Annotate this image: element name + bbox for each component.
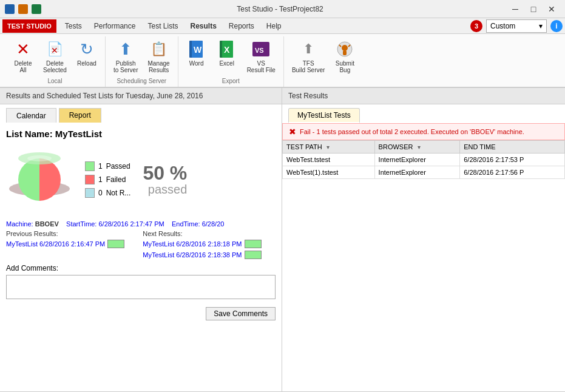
col-end-time: END TIME	[460, 141, 565, 154]
delete-selected-button[interactable]: 📄 ✕ Delete Selected	[39, 36, 71, 76]
fail-banner: ✖ Fail - 1 tests passed out of total 2 e…	[282, 123, 565, 140]
svg-text:VS: VS	[255, 47, 264, 54]
legend-notrun: 0 Not R...	[85, 188, 130, 198]
left-scroll-area[interactable]: List Name: MyTestList	[0, 123, 282, 391]
cell-test-path: WebTest.tstest	[283, 154, 375, 166]
results-table: TEST PATH ▾ BROWSER ▾ END TIME WebT	[282, 140, 565, 179]
tab-report[interactable]: Report	[59, 108, 101, 123]
info-button[interactable]: i	[550, 20, 563, 32]
pie-chart	[6, 146, 73, 213]
comments-label: Add Comments:	[6, 264, 276, 272]
menu-tests[interactable]: Tests	[59, 19, 88, 33]
svg-text:W: W	[194, 45, 202, 55]
main-content: Results and Scheduled Test Lists for Tue…	[0, 88, 565, 391]
word-icon: W	[187, 39, 206, 59]
next-results-label: Next Results:	[143, 230, 261, 237]
fail-icon: ✖	[289, 127, 296, 137]
table-row[interactable]: WebTest(1).tstest InternetExplorer 6/28/…	[283, 166, 565, 179]
svg-point-15	[27, 155, 52, 161]
right-panel: Test Results MyTestList Tests ✖ Fail - 1…	[282, 88, 565, 391]
delete-selected-icon: 📄 ✕	[45, 39, 64, 59]
window-title: Test Studio - TestProject82	[53, 5, 507, 13]
reload-icon: ↻	[77, 39, 96, 59]
maximize-button[interactable]: □	[525, 2, 542, 16]
publish-icon: ⬆	[116, 39, 135, 59]
pass-word: passed	[143, 183, 187, 197]
next-result-1: MyTestList 6/28/2016 2:18:18 PM	[143, 240, 261, 248]
window-controls: ─ □ ✕	[507, 2, 560, 16]
tfs-icon: ⬆	[299, 39, 318, 59]
previous-results-label: Previous Results:	[6, 230, 124, 237]
toolbar-local-label: Local	[48, 78, 63, 84]
save-comments-button[interactable]: Save Comments	[206, 307, 276, 320]
col-browser: BROWSER ▾	[374, 141, 460, 154]
left-panel-header: Results and Scheduled Test Lists for Tue…	[0, 88, 282, 104]
meta-machine-row: Machine: BBOEV StartTime: 6/28/2016 2:17…	[6, 220, 276, 228]
submit-bug-icon	[335, 39, 354, 59]
cell-end-time: 6/28/2016 2:17:56 P	[460, 166, 565, 179]
menu-results[interactable]: Results	[184, 19, 222, 33]
vs-icon: VS	[251, 39, 271, 59]
left-tabs: Calendar Report	[0, 104, 282, 123]
svg-point-9	[342, 45, 348, 51]
toolbar-tfs-label	[323, 78, 325, 84]
tab-mytestlist-tests[interactable]: MyTestList Tests	[288, 108, 360, 123]
col-test-path-filter[interactable]: ▾	[326, 144, 330, 150]
notification-badge[interactable]: 3	[470, 20, 482, 32]
tab-calendar[interactable]: Calendar	[6, 108, 56, 123]
excel-icon: X	[217, 39, 237, 59]
delete-all-icon: ✕	[13, 39, 33, 59]
right-panel-header: Test Results	[282, 88, 565, 104]
cell-test-path: WebTest(1).tstest	[283, 166, 375, 179]
next-results-col: Next Results: MyTestList 6/28/2016 2:18:…	[143, 230, 261, 259]
menu-right: 3 Custom ▾ i	[470, 19, 563, 33]
toolbar-export-label: Export	[222, 78, 240, 84]
menu-bar: TEST STUDIO Tests Performance Test Lists…	[0, 18, 565, 34]
legend-passed: 1 Passed	[85, 161, 130, 171]
app-icon	[5, 4, 15, 14]
word-button[interactable]: W Word	[182, 36, 211, 76]
submit-bug-button[interactable]: Submit Bug	[330, 36, 359, 76]
toolbar-group-tfs: ⬆ TFS Build Server Submit Bug	[284, 36, 363, 87]
custom-dropdown[interactable]: Custom ▾	[486, 19, 547, 33]
pass-color-swatch	[85, 161, 95, 171]
col-test-path: TEST PATH ▾	[283, 141, 375, 154]
delete-all-button[interactable]: ✕ Delete All	[8, 36, 38, 76]
menu-test-lists[interactable]: Test Lists	[141, 19, 184, 33]
list-name-display: List Name: MyTestList	[6, 129, 276, 139]
menu-performance[interactable]: Performance	[88, 19, 142, 33]
svg-text:X: X	[224, 45, 230, 55]
tfs-button[interactable]: ⬆ TFS Build Server	[288, 36, 329, 76]
menu-help[interactable]: Help	[260, 19, 288, 33]
vs-result-file-button[interactable]: VS VS Result File	[243, 36, 280, 76]
toolbar: ✕ Delete All 📄 ✕ Delete Selected ↻ Reloa…	[0, 34, 565, 88]
table-row[interactable]: WebTest.tstest InternetExplorer 6/28/201…	[283, 154, 565, 166]
legend-area: 1 Passed 1 Failed 0 Not R...	[85, 161, 130, 198]
title-bar-icon2	[18, 4, 28, 14]
left-panel: Results and Scheduled Test Lists for Tue…	[0, 88, 282, 391]
menu-reports[interactable]: Reports	[223, 19, 260, 33]
prev-result-1: MyTestList 6/28/2016 2:16:47 PM	[6, 240, 124, 248]
prev-next-results: Previous Results: MyTestList 6/28/2016 2…	[6, 230, 276, 259]
previous-results-col: Previous Results: MyTestList 6/28/2016 2…	[6, 230, 124, 259]
toolbar-scheduling-label: Scheduling Server	[117, 78, 166, 84]
cell-browser: InternetExplorer	[374, 166, 460, 179]
summary-area: 1 Passed 1 Failed 0 Not R...	[6, 146, 276, 213]
comments-input[interactable]	[6, 275, 276, 299]
next-result-2: MyTestList 6/28/2016 2:18:38 PM	[143, 251, 261, 259]
minimize-button[interactable]: ─	[507, 2, 524, 16]
results-table-container[interactable]: TEST PATH ▾ BROWSER ▾ END TIME WebT	[282, 140, 565, 179]
right-tabs: MyTestList Tests	[282, 104, 565, 123]
notrun-color-swatch	[85, 188, 95, 198]
title-bar-icon3	[32, 4, 41, 14]
pass-percentage: 50 %	[143, 163, 187, 183]
title-bar: Test Studio - TestProject82 ─ □ ✕	[0, 0, 565, 18]
reload-button[interactable]: ↻ Reload	[72, 36, 101, 76]
prev-result-mini-1	[107, 240, 124, 248]
publish-button[interactable]: ⬆ Publish to Server	[109, 36, 143, 76]
cell-browser: InternetExplorer	[374, 154, 460, 166]
manage-results-button[interactable]: 📋 Manage Results	[144, 36, 174, 76]
close-button[interactable]: ✕	[543, 2, 560, 16]
excel-button[interactable]: X Excel	[212, 36, 242, 76]
col-browser-filter[interactable]: ▾	[418, 144, 421, 150]
